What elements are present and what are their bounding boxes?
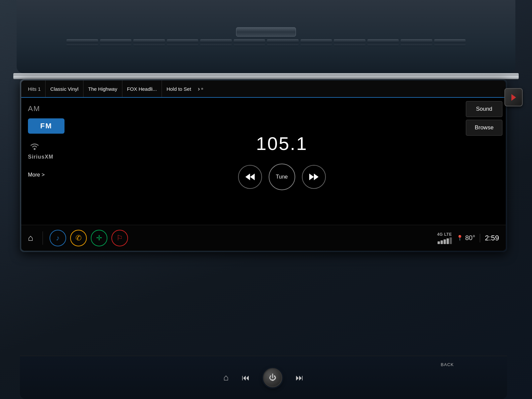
temperature-value: 80° (465, 234, 475, 242)
phone-nav-button[interactable]: ✆ (70, 230, 87, 246)
vent-slat (234, 39, 265, 46)
vent-slat (401, 39, 432, 46)
more-sources-button[interactable]: More > (28, 172, 101, 178)
vent-slat (434, 39, 466, 46)
siriusxm-source[interactable]: SiriusXM (28, 142, 101, 160)
phone-icon: ✆ (75, 234, 81, 242)
screen-bezel: Hits 1 Classic Vinyl The Highway FOX Hea… (20, 79, 507, 252)
hardware-controls-panel: BACK ⌂ ⏮ ⏻ ⏭ (20, 356, 507, 399)
tune-button[interactable]: Tune (269, 164, 295, 190)
music-icon: ♪ (56, 234, 60, 242)
source-panel: AM FM SiriusXM More > (21, 98, 108, 225)
hazard-triangle-icon (511, 94, 516, 101)
frequency-readout: 105.1 (256, 133, 308, 154)
hardware-home-button[interactable]: ⌂ (217, 368, 235, 387)
fm-source-button[interactable]: FM (28, 118, 65, 134)
signal-info: 4G LTE (437, 232, 452, 244)
infotainment-screen: Hits 1 Classic Vinyl The Highway FOX Hea… (21, 80, 506, 251)
status-area: 4G LTE 📍 80° 2:59 (437, 232, 499, 244)
vent-slat (267, 39, 299, 46)
location-icon: 📍 (457, 235, 463, 241)
vent-slats (66, 39, 466, 46)
vent-slat (367, 39, 399, 46)
preset-bar: Hits 1 Classic Vinyl The Highway FOX Hea… (21, 80, 506, 98)
vent-slat (133, 39, 165, 46)
siriusxm-signal-icon (28, 142, 41, 153)
svg-point-0 (34, 148, 36, 150)
svg-marker-4 (314, 174, 319, 180)
clock-display: 2:59 (480, 234, 499, 242)
media-controls: Tune (238, 164, 326, 190)
navigation-icon: ✛ (96, 234, 102, 242)
fast-forward-button[interactable] (302, 165, 326, 189)
main-content: AM FM SiriusXM More > (21, 98, 506, 225)
action-panel: Sound Browse (456, 98, 506, 225)
vent-slat (334, 39, 365, 46)
signal-bar-1 (438, 241, 440, 244)
music-nav-button[interactable]: ♪ (50, 230, 66, 246)
hardware-power-knob[interactable]: ⏻ (263, 368, 282, 387)
vent-slat (167, 39, 199, 46)
vent-slat (100, 39, 132, 46)
signal-bar-5 (450, 237, 452, 244)
siriusxm-label: SiriusXM (28, 154, 53, 160)
hazard-button[interactable] (504, 88, 523, 106)
svg-marker-1 (245, 174, 250, 180)
preset-classic-vinyl[interactable]: Classic Vinyl (46, 80, 83, 97)
temperature-display: 📍 80° (457, 234, 475, 242)
person-icon: ⚐ (116, 234, 123, 242)
rewind-button[interactable] (238, 165, 262, 189)
preset-chevron-icon[interactable]: › (198, 85, 200, 92)
vent-area (17, 0, 515, 73)
preset-fox-headlines[interactable]: FOX Headli... (122, 80, 162, 97)
preset-hits1[interactable]: Hits 1 (28, 80, 46, 97)
vent-slat (66, 39, 98, 46)
vent-handle (236, 27, 296, 37)
home-nav-button[interactable]: ⌂ (28, 233, 33, 243)
sound-button[interactable]: Sound (466, 101, 502, 117)
hardware-next-button[interactable]: ⏭ (289, 369, 310, 386)
lte-label: 4G LTE (437, 232, 452, 237)
person-nav-button[interactable]: ⚐ (111, 230, 128, 246)
preset-dot (201, 88, 203, 90)
navigation-nav-button[interactable]: ✛ (91, 230, 107, 246)
back-label: BACK (441, 362, 454, 367)
chrome-strip (13, 73, 519, 79)
browse-button[interactable]: Browse (466, 120, 502, 136)
signal-bar-4 (447, 238, 449, 244)
am-source-button[interactable]: AM (28, 104, 101, 113)
hardware-prev-button[interactable]: ⏮ (235, 369, 256, 386)
bottom-nav-bar: ⌂ ♪ ✆ ✛ ⚐ 4G LTE (21, 225, 506, 251)
preset-the-highway[interactable]: The Highway (83, 80, 122, 97)
power-icon: ⏻ (269, 373, 276, 382)
signal-bar-2 (441, 240, 443, 244)
signal-bars (438, 237, 452, 244)
nav-divider (43, 231, 43, 245)
vent-slat (301, 39, 332, 46)
vent-slat (200, 39, 232, 46)
svg-marker-2 (250, 174, 255, 180)
hold-to-set[interactable]: Hold to Set (162, 80, 196, 97)
frequency-panel: 105.1 Tune (108, 98, 456, 225)
svg-marker-3 (309, 174, 314, 180)
signal-bar-3 (444, 239, 446, 244)
